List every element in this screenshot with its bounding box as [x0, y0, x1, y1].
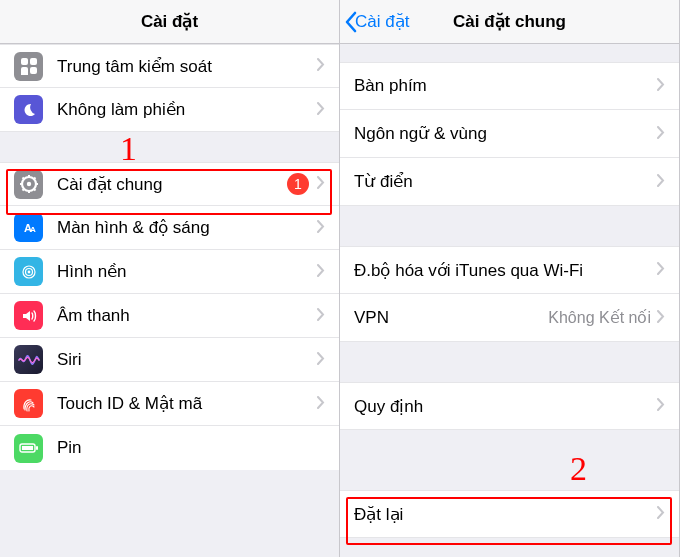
moon-icon: [14, 95, 43, 124]
chevron-right-icon: [657, 309, 665, 327]
chevron-right-icon: [317, 263, 325, 281]
gear-icon: [14, 170, 43, 199]
row-label: Đ.bộ hóa với iTunes qua Wi-Fi: [354, 260, 657, 281]
section-gap: [340, 44, 679, 62]
chevron-right-icon: [317, 101, 325, 119]
navbar-left: Cài đặt: [0, 0, 339, 44]
row-label: Ngôn ngữ & vùng: [354, 123, 657, 144]
row-label: Đặt lại: [354, 504, 657, 525]
svg-point-5: [26, 182, 30, 186]
row-vpn[interactable]: VPN Không Kết nối: [340, 294, 679, 342]
svg-rect-21: [22, 446, 33, 450]
row-do-not-disturb[interactable]: Không làm phiền: [0, 88, 339, 132]
svg-rect-0: [21, 58, 28, 65]
row-label: Bàn phím: [354, 76, 657, 96]
row-display[interactable]: AA Màn hình & độ sáng: [0, 206, 339, 250]
chevron-right-icon: [317, 57, 325, 75]
display-icon: AA: [14, 213, 43, 242]
svg-rect-2: [21, 67, 28, 75]
wallpaper-icon: [14, 257, 43, 286]
back-label: Cài đặt: [355, 11, 409, 32]
section-gap: [340, 430, 679, 490]
nav-title-left: Cài đặt: [141, 11, 198, 32]
svg-point-18: [27, 270, 30, 273]
section-gap: [340, 206, 679, 246]
row-language-region[interactable]: Ngôn ngữ & vùng: [340, 110, 679, 158]
svg-rect-20: [36, 446, 38, 450]
settings-list-left: Trung tâm kiểm soát Không làm phiền Cài …: [0, 44, 339, 470]
back-button[interactable]: Cài đặt: [344, 11, 409, 33]
chevron-right-icon: [317, 351, 325, 369]
row-label: Pin: [57, 438, 325, 458]
row-label: Quy định: [354, 396, 657, 417]
row-regulatory[interactable]: Quy định: [340, 382, 679, 430]
svg-text:A: A: [30, 225, 36, 234]
vpn-status: Không Kết nối: [548, 308, 651, 327]
row-label: VPN: [354, 308, 548, 328]
row-battery[interactable]: Pin: [0, 426, 339, 470]
chevron-right-icon: [657, 505, 665, 523]
nav-title-right: Cài đặt chung: [453, 11, 566, 32]
row-general[interactable]: Cài đặt chung 1: [0, 162, 339, 206]
fingerprint-icon: [14, 389, 43, 418]
row-itunes-wifi-sync[interactable]: Đ.bộ hóa với iTunes qua Wi-Fi: [340, 246, 679, 294]
row-label: Âm thanh: [57, 306, 317, 326]
row-label: Từ điển: [354, 171, 657, 192]
row-control-center[interactable]: Trung tâm kiểm soát: [0, 44, 339, 88]
row-touchid[interactable]: Touch ID & Mật mã: [0, 382, 339, 426]
chevron-right-icon: [317, 395, 325, 413]
row-label: Không làm phiền: [57, 99, 317, 120]
settings-list-right: Bàn phím Ngôn ngữ & vùng Từ điển Đ.bộ hó…: [340, 44, 679, 538]
chevron-right-icon: [657, 125, 665, 143]
row-wallpaper[interactable]: Hình nền: [0, 250, 339, 294]
row-label: Touch ID & Mật mã: [57, 393, 317, 414]
chevron-right-icon: [317, 219, 325, 237]
svg-line-11: [33, 189, 35, 191]
svg-rect-3: [30, 67, 37, 74]
row-label: Cài đặt chung: [57, 174, 287, 195]
section-gap: [0, 132, 339, 162]
chevron-right-icon: [657, 173, 665, 191]
settings-pane-right: Cài đặt Cài đặt chung Bàn phím Ngôn ngữ …: [340, 0, 680, 557]
row-keyboard[interactable]: Bàn phím: [340, 62, 679, 110]
battery-icon: [14, 434, 43, 463]
row-label: Hình nền: [57, 261, 317, 282]
siri-icon: [14, 345, 43, 374]
row-label: Trung tâm kiểm soát: [57, 56, 317, 77]
svg-line-13: [33, 178, 35, 180]
chevron-right-icon: [657, 77, 665, 95]
svg-rect-1: [30, 58, 37, 65]
row-dictionary[interactable]: Từ điển: [340, 158, 679, 206]
chevron-right-icon: [657, 261, 665, 279]
chevron-right-icon: [317, 175, 325, 193]
row-label: Siri: [57, 350, 317, 370]
section-gap: [340, 342, 679, 382]
row-label: Màn hình & độ sáng: [57, 217, 317, 238]
row-reset[interactable]: Đặt lại: [340, 490, 679, 538]
row-siri[interactable]: Siri: [0, 338, 339, 382]
navbar-right: Cài đặt Cài đặt chung: [340, 0, 679, 44]
svg-line-12: [22, 189, 24, 191]
control-center-icon: [14, 52, 43, 81]
chevron-right-icon: [657, 397, 665, 415]
speaker-icon: [14, 301, 43, 330]
settings-pane-left: Cài đặt Trung tâm kiểm soát Không làm ph…: [0, 0, 340, 557]
row-sounds[interactable]: Âm thanh: [0, 294, 339, 338]
chevron-right-icon: [317, 307, 325, 325]
svg-line-10: [22, 178, 24, 180]
notification-badge: 1: [287, 173, 309, 195]
